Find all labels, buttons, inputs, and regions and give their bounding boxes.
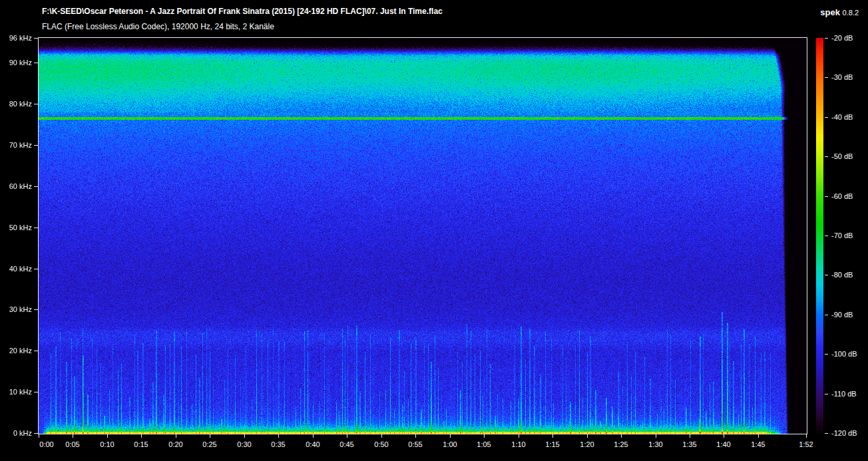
frequency-tick	[34, 392, 38, 392]
time-tick	[244, 434, 245, 438]
frequency-tick-label: 90 kHz	[0, 58, 32, 67]
time-tick	[107, 434, 108, 438]
legend-tick-label: -100 dB	[831, 349, 868, 359]
time-tick-label: 0:45	[331, 440, 363, 449]
time-tick-label: 0:10	[91, 440, 123, 449]
frequency-tick-label: 0 kHz	[0, 428, 32, 438]
time-tick-label: 0:05	[57, 440, 89, 449]
frequency-tick	[34, 104, 38, 104]
frequency-tick	[34, 269, 38, 269]
spectrogram-canvas	[39, 38, 807, 434]
legend-tick-label: -120 dB	[831, 428, 868, 438]
legend-tick	[825, 275, 828, 275]
frequency-tick	[34, 309, 38, 310]
time-tick	[806, 434, 807, 438]
legend-tick	[825, 394, 828, 394]
time-tick	[758, 434, 759, 438]
time-tick-label: 0:35	[262, 440, 294, 449]
legend-tick-label: -40 dB	[831, 112, 868, 122]
time-tick	[381, 434, 382, 438]
time-tick	[724, 434, 724, 438]
time-tick	[587, 434, 588, 438]
legend-tick-label: -80 dB	[831, 270, 868, 279]
time-tick-label: 1:52	[790, 440, 822, 449]
legend-tick	[825, 117, 828, 118]
frequency-tick	[34, 63, 38, 63]
frequency-tick-label: 50 kHz	[0, 223, 32, 232]
time-tick	[621, 434, 622, 438]
time-tick-label: 0:30	[228, 440, 260, 449]
app-name: spek	[820, 7, 840, 17]
frequency-tick-label: 80 kHz	[0, 99, 32, 108]
time-tick-label: 0:15	[125, 440, 157, 449]
time-tick	[176, 434, 176, 438]
time-tick-label: 1:25	[605, 440, 637, 449]
time-tick	[73, 434, 73, 438]
legend-tick	[825, 315, 828, 315]
time-tick-label: 0:50	[365, 440, 397, 449]
frequency-tick-label: 96 kHz	[0, 33, 32, 43]
time-tick-label: 1:20	[571, 440, 603, 449]
time-tick	[656, 434, 656, 438]
spectrogram-plot-frame	[38, 37, 807, 434]
time-tick	[552, 434, 553, 438]
time-tick-label: 0:20	[160, 440, 192, 449]
legend-tick	[825, 77, 828, 78]
legend-tick	[825, 38, 828, 39]
legend-tick	[825, 433, 828, 434]
time-tick-label: 1:00	[434, 440, 466, 449]
spek-window: F:\K-SEED\Oscar Peterson - A Jazz Portra…	[0, 0, 868, 461]
time-tick	[690, 434, 690, 438]
legend-tick	[825, 196, 828, 197]
legend-tick-label: -70 dB	[831, 231, 868, 240]
legend-tick-label: -90 dB	[831, 310, 868, 319]
frequency-tick	[34, 186, 38, 187]
frequency-tick	[34, 433, 38, 434]
time-tick	[484, 434, 485, 438]
frequency-tick-label: 60 kHz	[0, 182, 32, 191]
frequency-tick	[34, 351, 38, 351]
time-tick-label: 0:55	[399, 440, 431, 449]
time-tick	[210, 434, 210, 438]
frequency-tick	[34, 145, 38, 146]
frequency-tick-label: 70 kHz	[0, 140, 32, 150]
time-tick-label: 1:40	[708, 440, 740, 449]
time-tick	[141, 434, 142, 438]
time-tick	[313, 434, 314, 438]
frequency-tick-label: 20 kHz	[0, 346, 32, 355]
frequency-tick	[34, 38, 38, 39]
legend-color-bar	[816, 38, 823, 434]
time-tick-label: 1:05	[468, 440, 500, 449]
legend-tick-label: -60 dB	[831, 192, 868, 201]
time-tick-label: 0:40	[297, 440, 329, 449]
frequency-tick	[34, 228, 38, 228]
app-brand: spek 0.8.2	[820, 7, 859, 17]
file-path-title: F:\K-SEED\Oscar Peterson - A Jazz Portra…	[42, 7, 443, 16]
legend-tick	[825, 156, 828, 157]
legend-tick	[825, 354, 828, 355]
time-tick	[519, 434, 519, 438]
frequency-tick-label: 10 kHz	[0, 387, 32, 396]
time-tick-label: 1:30	[640, 440, 672, 449]
time-tick	[415, 434, 416, 438]
legend-tick-label: -30 dB	[831, 73, 868, 82]
time-tick	[39, 434, 39, 438]
legend-tick-label: -20 dB	[831, 33, 868, 43]
time-tick-label: 1:45	[742, 440, 774, 449]
time-tick	[278, 434, 279, 438]
app-version: 0.8.2	[843, 9, 859, 17]
time-tick	[450, 434, 451, 438]
time-tick-label: 1:10	[503, 440, 535, 449]
legend-tick	[825, 235, 828, 236]
time-tick-label: 0:25	[194, 440, 226, 449]
frequency-tick-label: 40 kHz	[0, 264, 32, 273]
frequency-tick-label: 30 kHz	[0, 305, 32, 314]
legend-tick-label: -110 dB	[831, 389, 868, 398]
time-tick	[347, 434, 347, 438]
time-tick-label: 1:15	[537, 440, 568, 449]
format-info: FLAC (Free Lossless Audio Codec), 192000…	[42, 22, 274, 31]
time-tick-label: 1:35	[674, 440, 706, 449]
legend-tick-label: -50 dB	[831, 152, 868, 161]
